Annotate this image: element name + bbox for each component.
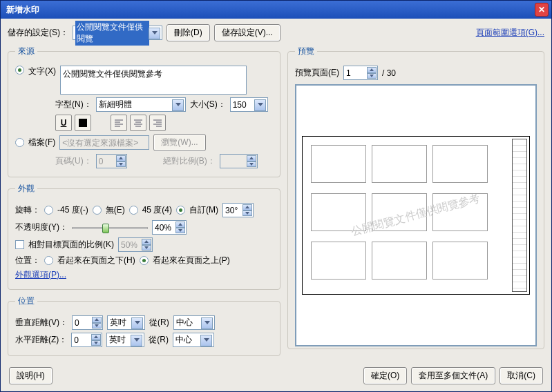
source-legend: 來源 (15, 46, 37, 57)
file-path-input: <沒有選定來源檔案> (59, 135, 149, 150)
saved-settings-label: 儲存的設定(S)： (8, 27, 68, 39)
loc-behind-radio[interactable] (44, 256, 53, 265)
preview-page-total: / 30 (382, 68, 396, 78)
abs-scale-label: 絕對比例(B)： (163, 155, 216, 167)
vdist-spin[interactable]: 0 (72, 315, 103, 330)
align-center-icon[interactable] (130, 115, 146, 131)
hdist-label: 水平距離(Z)： (15, 334, 67, 346)
close-button[interactable]: ✕ (535, 3, 549, 17)
hfrom-select[interactable]: 中心 (173, 333, 214, 347)
relative-scale-check[interactable] (15, 240, 24, 249)
save-settings-button[interactable]: 儲存設定(V)... (214, 24, 280, 41)
opacity-label: 不透明度(Y)： (15, 222, 68, 233)
vdist-label: 垂直距離(V)： (15, 317, 68, 329)
preview-group: 預覽 預覽頁面(E) 1 / 30 (287, 46, 544, 349)
align-right-icon[interactable] (149, 115, 166, 131)
page-num-spin: 0 (96, 154, 127, 168)
hfrom-label: 從(R) (149, 334, 169, 346)
preview-page-label: 預覽頁面(E) (295, 67, 339, 79)
font-label: 字型(N)： (55, 99, 92, 110)
relative-scale-spin: 50% (118, 237, 153, 252)
position-legend: 位置 (15, 295, 37, 307)
align-left-icon[interactable] (111, 115, 127, 131)
loc-front-radio[interactable] (140, 256, 149, 265)
vdist-unit-select[interactable]: 英吋 (107, 315, 145, 330)
text-radio-label: 文字(X) (28, 66, 56, 77)
text-input[interactable]: 公開閱覽文件僅供閱覽參考 (60, 66, 247, 95)
opacity-spin[interactable]: 40% (152, 220, 187, 235)
window-title: 新增水印 (3, 4, 535, 16)
page-num-label: 頁碼(U)： (55, 155, 92, 167)
hdist-unit-select[interactable]: 英吋 (106, 333, 144, 347)
position-group: 位置 垂直距離(V)： 0 英吋 從(R) 中心 水平距離(Z)： 0 英吋 從… (8, 295, 280, 356)
opacity-slider[interactable] (72, 222, 148, 234)
preview-page-spin[interactable]: 1 (343, 66, 378, 80)
file-radio-label: 檔案(F) (28, 137, 55, 148)
ok-button[interactable]: 確定(O) (363, 367, 407, 384)
appearance-group: 外觀 旋轉： -45 度(-) 無(E) 45 度(4) 自訂(M) 30° 不… (8, 183, 280, 290)
size-select[interactable]: 150 (230, 97, 268, 112)
location-label: 位置： (15, 255, 40, 266)
rot-none-radio[interactable] (93, 206, 102, 215)
rotate-label: 旋轉： (15, 204, 40, 216)
hdist-spin[interactable]: 0 (71, 333, 102, 347)
preview-legend: 預覽 (295, 46, 317, 57)
rot-45-radio[interactable] (129, 206, 138, 215)
help-button[interactable]: 說明(H) (9, 367, 53, 384)
saved-settings-select[interactable]: 公開閱覽文件僅供閱覽 (73, 26, 162, 40)
abs-scale-spin (220, 154, 258, 168)
browse-button[interactable]: 瀏覽(W)... (153, 134, 205, 151)
page-range-link[interactable]: 頁面範圍選項(G)... (476, 27, 544, 39)
font-select[interactable]: 新細明體 (96, 97, 186, 112)
rot-n45-radio[interactable] (44, 206, 53, 215)
underline-icon[interactable]: U (55, 115, 72, 131)
apply-multiple-button[interactable]: 套用至多個文件(A) (411, 367, 495, 384)
size-label: 大小(S)： (190, 99, 226, 110)
cancel-button[interactable]: 取消(C) (499, 367, 543, 384)
appearance-options-link[interactable]: 外觀選項(P)... (15, 269, 66, 281)
rot-value-spin[interactable]: 30° (222, 203, 254, 217)
titlebar: 新增水印 ✕ (1, 1, 551, 19)
color-icon[interactable] (75, 115, 91, 131)
text-radio[interactable] (15, 66, 24, 75)
vfrom-select[interactable]: 中心 (173, 315, 215, 330)
file-radio[interactable] (15, 138, 24, 147)
source-group: 來源 文字(X) 公開閱覽文件僅供閱覽參考 字型(N)： 新細明體 大小(S)：… (8, 46, 280, 177)
appearance-legend: 外觀 (15, 183, 37, 195)
rot-custom-radio[interactable] (176, 206, 185, 215)
relative-scale-label: 相對目標頁面的比例(K) (28, 239, 114, 251)
preview-canvas: 公開閱覽文件僅供閱覽參考 (295, 84, 537, 346)
delete-button[interactable]: 刪除(D) (166, 24, 210, 41)
vfrom-label: 從(R) (149, 317, 169, 329)
